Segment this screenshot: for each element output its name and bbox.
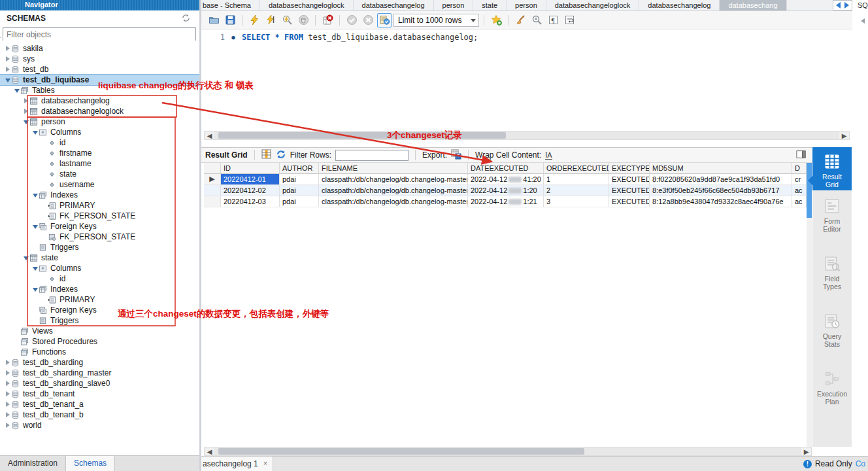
cell-id[interactable]: 20220412-03 — [221, 196, 280, 207]
tree-item-state[interactable]: state — [0, 169, 199, 179]
context-help-link[interactable]: Co — [856, 459, 865, 468]
expand-icon[interactable] — [4, 379, 11, 388]
bottom-tab-schemas[interactable]: Schemas — [65, 456, 115, 471]
kill-query-icon[interactable] — [320, 13, 335, 27]
result-set-tab[interactable]: asechangelog 1 × — [201, 457, 273, 471]
tree-item-test-db-sharding[interactable]: test_db_sharding — [0, 357, 199, 368]
editor-tab-state[interactable]: state — [473, 0, 507, 10]
row-selector[interactable] — [204, 196, 221, 207]
collapse-icon[interactable] — [4, 75, 11, 84]
cell-md5sum[interactable]: 8:f022085620a9dd87ae9ca1f93da51fd0 — [650, 174, 792, 185]
expand-icon[interactable] — [4, 65, 11, 74]
tree-item-id[interactable]: id — [0, 137, 199, 148]
cell-author[interactable]: pdai — [280, 196, 319, 207]
beautify-icon[interactable] — [513, 13, 527, 27]
execute-icon[interactable] — [247, 13, 261, 27]
editor-tab-databasechangelog[interactable]: databasechangelog — [354, 0, 434, 10]
tree-item-databasechangeloglock[interactable]: databasechangeloglock — [0, 106, 199, 116]
collapse-icon[interactable] — [22, 117, 29, 126]
column-header-orderexecuted[interactable]: ORDEREXECUTED — [544, 163, 609, 174]
execute-current-icon[interactable] — [263, 13, 278, 27]
bottom-tab-administration[interactable]: Administration — [0, 456, 65, 471]
grid-vertical-scrollbar[interactable] — [807, 163, 812, 447]
grid-horizontal-scrollbar[interactable]: ◀ ▶ — [204, 447, 812, 456]
cell-md5sum[interactable]: 8:e3f0f50eb245f66c68ec504db93b6717 — [650, 185, 792, 196]
cell-dateexecuted[interactable]: 2022-04-1241:20 — [468, 174, 544, 185]
tree-item-lastname[interactable]: lastname — [0, 158, 199, 169]
tree-item-test-db-liquibase[interactable]: test_db_liquibase — [0, 75, 199, 85]
cell-filename[interactable]: classpath:/db/changelog/db.changelog-mas… — [319, 185, 468, 196]
tree-item-world[interactable]: world — [0, 420, 199, 430]
grid-scroll-thumb[interactable] — [218, 448, 584, 455]
sql-editor[interactable]: 1 ● SELECT * FROM test_db_liquibase.data… — [201, 29, 852, 131]
editor-tab-person[interactable]: person — [507, 0, 546, 10]
explain-icon[interactable] — [280, 13, 294, 27]
tree-item-primary[interactable]: PRIMARY — [0, 200, 199, 211]
tree-item-foreign-keys[interactable]: Foreign Keys — [0, 221, 199, 232]
refresh-icon[interactable] — [276, 149, 286, 162]
tree-item-foreign-keys[interactable]: Foreign Keys — [0, 305, 199, 315]
tree-item-id[interactable]: id — [0, 273, 199, 284]
cell-orderexecuted[interactable]: 3 — [544, 196, 609, 207]
tree-item-functions[interactable]: Functions — [0, 347, 199, 357]
close-icon[interactable]: × — [263, 459, 267, 471]
column-header-id[interactable]: ID — [221, 163, 280, 174]
tree-item-test-db-tenant-b[interactable]: test_db_tenant_b — [0, 410, 199, 420]
cell-description[interactable]: cr — [792, 174, 807, 185]
save-icon[interactable] — [223, 13, 237, 27]
tree-item-person[interactable]: person — [0, 116, 199, 127]
schema-filter-input[interactable] — [3, 29, 195, 41]
tree-item-state[interactable]: state — [0, 253, 199, 263]
cell-exectype[interactable]: EXECUTED — [609, 174, 650, 185]
wrap-text-icon[interactable] — [562, 13, 576, 27]
editor-tab-person[interactable]: person — [434, 0, 474, 10]
cell-exectype[interactable]: EXECUTED — [609, 185, 650, 196]
open-file-icon[interactable] — [207, 13, 221, 27]
tree-item-fk-person-state[interactable]: FK_PERSON_STATE — [0, 211, 199, 221]
tree-item-tables[interactable]: Tables — [0, 85, 199, 96]
tree-item-test-db-tenant-a[interactable]: test_db_tenant_a — [0, 399, 199, 410]
expand-icon[interactable] — [4, 54, 11, 63]
collapse-icon[interactable] — [31, 264, 39, 273]
grid-row[interactable]: 20220412-02pdaiclasspath:/db/changelog/d… — [204, 185, 807, 196]
expand-icon[interactable] — [22, 96, 29, 105]
cell-author[interactable]: pdai — [280, 174, 319, 185]
grid-scroll-track[interactable] — [214, 447, 801, 455]
wrap-cell-icon[interactable]: ĪA — [545, 151, 552, 160]
editor-scroll-track[interactable] — [214, 131, 839, 139]
scroll-right-icon[interactable]: ▶ — [839, 132, 849, 139]
tree-item-fk-person-state[interactable]: FK_PERSON_STATE — [0, 232, 199, 242]
collapse-icon[interactable] — [31, 285, 39, 294]
panel-toggle-icon[interactable] — [796, 149, 807, 162]
column-header-exectype[interactable]: EXECTYPE — [609, 163, 650, 174]
collapse-right-panel-icon[interactable] — [861, 18, 865, 24]
scroll-right-icon[interactable]: ▶ — [801, 448, 811, 455]
prev-tab-icon[interactable] — [836, 2, 841, 9]
commit-icon[interactable] — [344, 13, 359, 27]
editor-tab-databasechangeloglock[interactable]: databasechangeloglock — [260, 0, 354, 10]
tree-item-indexes[interactable]: Indexes — [0, 284, 199, 294]
cell-description[interactable]: ac — [792, 185, 807, 196]
autocommit-toggle-icon[interactable] — [377, 13, 392, 27]
side-tab-form-editor[interactable]: FormEditor — [812, 190, 852, 248]
cell-orderexecuted[interactable]: 2 — [544, 185, 609, 196]
tree-item-test-db-tenant[interactable]: test_db_tenant — [0, 389, 199, 399]
collapse-icon[interactable] — [31, 128, 39, 137]
grid-options-icon[interactable] — [261, 149, 272, 162]
tree-item-sys[interactable]: sys — [0, 54, 199, 64]
current-row-marker[interactable]: ▶ — [204, 174, 221, 185]
editor-scroll-thumb[interactable] — [218, 132, 506, 139]
expand-icon[interactable] — [22, 107, 29, 116]
cell-exectype[interactable]: EXECUTED — [609, 196, 650, 207]
editor-tab-base-schema[interactable]: base - Schema — [201, 0, 260, 10]
expand-icon[interactable] — [4, 389, 11, 398]
row-limit-select[interactable]: Limit to 1000 rows — [393, 14, 479, 27]
tree-item-indexes[interactable]: Indexes — [0, 190, 199, 200]
tree-item-columns[interactable]: Columns — [0, 263, 199, 273]
cell-description[interactable]: ac — [792, 196, 807, 207]
collapse-icon[interactable] — [31, 222, 39, 231]
cell-md5sum[interactable]: 8:12a8bb9e438047d9332c8aec4f90a76e — [650, 196, 792, 207]
scroll-left-icon[interactable]: ◀ — [205, 132, 214, 139]
grid-vscroll-thumb[interactable] — [807, 163, 812, 218]
refresh-schemas-icon[interactable] — [182, 14, 190, 24]
